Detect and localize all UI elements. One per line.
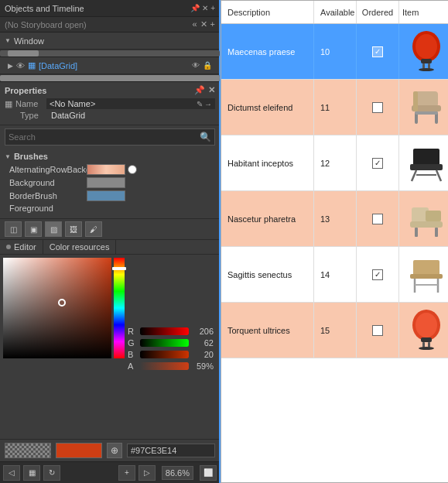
storyboard-add-icon[interactable]: + xyxy=(210,19,215,29)
name-edit-icon[interactable]: ✎ xyxy=(197,100,203,108)
properties-pin-icon[interactable]: 📌 xyxy=(194,85,205,95)
close-icon[interactable]: ✕ xyxy=(202,4,208,12)
r-slider[interactable] xyxy=(140,327,189,335)
svg-rect-10 xyxy=(415,111,438,115)
tree-item-datagrid[interactable]: ▶ 👁 ▦ [DataGrid] 👁 🔒 xyxy=(0,57,220,74)
grid-row[interactable]: Maecenas praese 10 xyxy=(221,24,448,80)
color-swatch-large[interactable] xyxy=(56,443,102,458)
cell-ordered-5[interactable] xyxy=(357,303,399,358)
cell-ordered-0[interactable] xyxy=(357,24,399,79)
left-panel: Objects and Timeline 📌 ✕ + (No Storyboar… xyxy=(0,0,221,483)
chair-svg-5 xyxy=(404,308,448,353)
hex-value[interactable]: #97CE3E14 xyxy=(127,444,215,457)
name-label: Name xyxy=(15,99,43,108)
b-value: 20 xyxy=(192,350,214,359)
bottom-bar: ◁ ▦ ↻ + ▷ 86.6% ⬜ xyxy=(0,461,220,483)
svg-line-15 xyxy=(436,170,441,181)
cell-ordered-2[interactable] xyxy=(357,135,399,190)
r-label: R xyxy=(128,327,137,336)
background-color-swatch[interactable] xyxy=(87,177,125,188)
svg-point-1 xyxy=(416,34,437,59)
properties-close-icon[interactable]: ✕ xyxy=(208,85,215,95)
tree-expand-icon: ▶ xyxy=(8,62,13,70)
image-tool-btn[interactable]: 🖼 xyxy=(65,221,82,237)
color-checkerboard xyxy=(5,443,51,458)
a-slider[interactable] xyxy=(140,362,189,370)
grid-row[interactable]: Habitant inceptos 12 xyxy=(221,135,448,191)
tools-row: ◫ ▣ ▨ 🖼 🖌 xyxy=(0,219,220,240)
window-section-header[interactable]: ▼ Window xyxy=(0,33,220,50)
grid-row[interactable]: Nascetur pharetra 13 xyxy=(221,191,448,247)
grid-row[interactable]: Dictumst eleifend 11 xyxy=(221,80,448,135)
eye-icon2[interactable]: 👁 xyxy=(192,61,200,70)
search-icon[interactable]: 🔍 xyxy=(200,132,211,142)
bottom-grid-btn[interactable]: ▦ xyxy=(23,465,40,481)
eye-icon[interactable]: 👁 xyxy=(16,61,25,70)
g-label: G xyxy=(128,338,137,348)
add-icon[interactable]: + xyxy=(210,4,215,12)
alternating-label: AlternatingRowBackground xyxy=(9,165,87,174)
cell-ordered-3[interactable] xyxy=(357,191,399,246)
storyboard-close-icon[interactable]: ✕ xyxy=(200,19,207,29)
border-color-swatch[interactable] xyxy=(87,190,125,201)
checkbox-3[interactable] xyxy=(372,214,383,224)
search-input[interactable] xyxy=(9,132,200,142)
bottom-arrow-btn[interactable]: ▷ xyxy=(139,465,156,481)
tile-tool-btn[interactable]: ▨ xyxy=(45,221,62,237)
lock-icon[interactable]: 🔒 xyxy=(203,61,212,70)
cell-desc-1: Dictumst eleifend xyxy=(221,80,314,135)
chair-img-2 xyxy=(402,139,448,187)
scroll-strip-2[interactable] xyxy=(0,74,220,82)
cell-item-3 xyxy=(399,191,448,246)
bottom-prev-btn[interactable]: ◁ xyxy=(3,465,20,481)
chair-svg-3 xyxy=(404,197,448,242)
tab-editor[interactable]: Editor xyxy=(0,240,43,254)
checkbox-5[interactable] xyxy=(372,325,383,336)
svg-point-5 xyxy=(419,68,434,71)
gradient-dark xyxy=(3,258,111,358)
grid-row[interactable]: Torquent ultrices 15 xyxy=(221,303,448,358)
bottom-add-btn[interactable]: + xyxy=(118,465,135,481)
panel-title: Objects and Timeline xyxy=(5,4,84,13)
gradient-tool-btn[interactable]: ◫ xyxy=(5,221,22,237)
cell-desc-2: Habitant inceptos xyxy=(221,135,314,190)
pin-icon[interactable]: 📌 xyxy=(190,4,200,12)
a-value: 59% xyxy=(192,361,214,371)
search-bar[interactable]: 🔍 xyxy=(5,128,215,146)
svg-point-28 xyxy=(416,313,437,337)
cell-ordered-4[interactable] xyxy=(357,247,399,302)
bottom-rotate-btn[interactable]: ↻ xyxy=(43,465,60,481)
collapse-icon[interactable]: « xyxy=(192,19,197,29)
tab-color-resources[interactable]: Color resources xyxy=(43,240,117,254)
gradient-square[interactable] xyxy=(3,258,111,358)
solid-tool-btn[interactable]: ▣ xyxy=(25,221,42,237)
checkbox-2[interactable] xyxy=(372,158,383,169)
name-value-field[interactable]: <No Name> ✎ → xyxy=(46,98,215,109)
b-slider[interactable] xyxy=(140,351,189,358)
r-row: R 206 xyxy=(128,327,214,336)
alternating-brush-circle[interactable] xyxy=(128,165,137,174)
grid-row[interactable]: Sagittis senectus 14 xyxy=(221,247,448,303)
picker-cursor[interactable] xyxy=(58,299,66,307)
eyedropper-btn[interactable]: ⊕ xyxy=(107,443,122,458)
cell-ordered-1[interactable] xyxy=(357,80,399,135)
chair-img-4 xyxy=(402,251,448,299)
scroll-strip[interactable] xyxy=(0,50,220,57)
zoom-display: 86.6% xyxy=(162,466,193,480)
hue-strip[interactable] xyxy=(114,258,125,358)
svg-rect-19 xyxy=(426,211,441,221)
editor-tab-dot xyxy=(6,245,11,249)
g-row: G 62 xyxy=(128,338,214,348)
grid-header: Description Available Ordered Item xyxy=(221,1,448,24)
checkbox-0[interactable] xyxy=(372,46,383,57)
checkbox-4[interactable] xyxy=(372,269,383,280)
header-description: Description xyxy=(221,1,314,23)
brush-tool-btn[interactable]: 🖌 xyxy=(85,221,102,237)
name-arrow-icon[interactable]: → xyxy=(204,100,212,108)
alternating-color-swatch[interactable] xyxy=(87,164,125,175)
g-slider[interactable] xyxy=(140,339,189,347)
rgba-section: R 206 G 62 B 20 xyxy=(125,258,217,439)
checkbox-1[interactable] xyxy=(372,102,383,113)
bottom-expand-btn[interactable]: ⬜ xyxy=(200,465,217,481)
brushes-label: Brushes xyxy=(14,152,48,161)
